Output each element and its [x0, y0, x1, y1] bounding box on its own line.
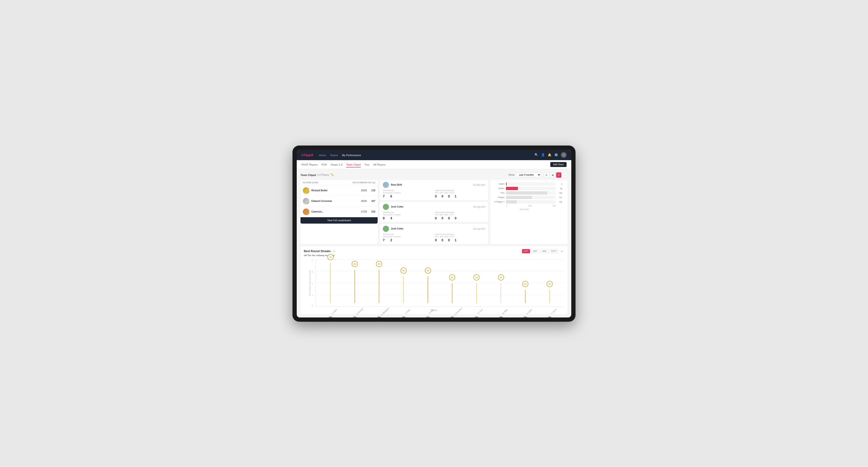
bar-value-pars: 499 — [559, 192, 562, 194]
sub-nav-team-clippd[interactable]: Team Clippd — [346, 162, 361, 166]
streak-player-avatar-5 — [450, 316, 455, 317]
activity-labels-1: OTT APP ARG PUTT — [435, 192, 485, 194]
main-three-col: PLAYER NAME PB SCORE PB AVG SQ 1 Richard… — [301, 180, 567, 244]
rounds-values-1: 7 6 — [383, 194, 433, 198]
bar-track-eagles: 3 — [506, 182, 556, 186]
streak-player-avatar-6 — [474, 316, 479, 317]
sub-nav-pgat[interactable]: PGAT Players — [302, 162, 318, 166]
sub-nav-links: PGAT Players PGA Hcaps 1-5 Team Clippd T… — [302, 162, 385, 166]
filter-arg-button[interactable]: ARG — [540, 249, 549, 253]
bar-value-eagles: 3 — [561, 183, 562, 185]
user-avatar[interactable]: U — [561, 152, 566, 158]
streak-player-name-2: D. Billingham — [381, 307, 390, 316]
table-row[interactable]: 1 Richard Butler 19/20 110 — [301, 185, 378, 196]
practice-rounds-2: 4 — [390, 216, 392, 220]
sub-nav-tour[interactable]: Tour — [365, 162, 369, 166]
person-icon[interactable]: 👤 — [541, 153, 545, 157]
practice-activities-header-1: Total Practice Activities — [435, 189, 485, 191]
streak-chart-area: Best Streak, Fairway Accuracy 7 5 — [304, 259, 564, 307]
player-avg-3: 103 — [369, 210, 375, 213]
round-type-header-3: Total Rounds — [383, 233, 433, 236]
edit-icon[interactable]: ✏️ — [331, 173, 334, 177]
practice-rounds-3: 2 — [390, 238, 392, 242]
view-full-leaderboard-button[interactable]: View Full Leaderboard — [301, 217, 378, 224]
tournament-rounds-1: 7 — [383, 194, 385, 198]
subtitle-bold: Off The Tee — [304, 254, 315, 257]
tablet-frame: clippd Home Teams My Performance 🔍 👤 🔔 ⚙… — [292, 146, 576, 322]
streak-line-5 — [452, 283, 453, 303]
streak-col-2: 6xD. Billingham — [367, 259, 391, 306]
filter-ott-button[interactable]: OTT — [522, 249, 530, 253]
arg-2: 0 — [448, 216, 450, 220]
player-card-3: Josh Coles 26 Aug 2023 Total Rounds Tour… — [380, 224, 488, 244]
sub-nav-hcaps[interactable]: Hcaps 1-5 — [331, 162, 342, 166]
filter-app-button[interactable]: APP — [531, 249, 539, 253]
view-sort-button[interactable]: ↕ — [562, 173, 567, 178]
rounds-values-2: 8 4 — [383, 216, 433, 220]
app-1: 0 — [441, 194, 443, 198]
time-filter-dropdown[interactable]: Last 3 months Last 6 months Last 12 mont… — [516, 173, 541, 177]
table-row[interactable]: 2 Edward Crossman 18/20 107 — [301, 196, 378, 207]
streak-bubble-6: 4x — [473, 274, 479, 280]
streak-bubble-0: 7x — [328, 254, 334, 260]
axis-400: 400 — [553, 205, 556, 207]
streak-col-4: 5xR. Britt — [415, 259, 440, 306]
practice-activities-header-3: Total Practice Activities — [435, 233, 485, 236]
activity-labels-2: OTT APP ARG PUTT — [435, 214, 485, 216]
arg-3: 0 — [448, 238, 450, 242]
filter-putt-button[interactable]: PUTT — [549, 249, 559, 253]
streak-col-9: 3xC. Quick — [537, 259, 562, 306]
streak-player-name-5: E. Crossman — [454, 307, 462, 316]
bar-value-bogeys: 311 — [559, 196, 562, 198]
round-type-header-1: Total Rounds — [383, 189, 433, 191]
top-navigation: clippd Home Teams My Performance 🔍 👤 🔔 ⚙… — [297, 150, 571, 160]
streak-col-7: 4xM. Miller — [489, 259, 513, 306]
bell-icon[interactable]: 🔔 — [548, 153, 552, 157]
player-avatar-2: 2 — [303, 198, 309, 205]
streak-y-label-container: Best Streak, Fairway Accuracy — [304, 259, 316, 307]
practice-activities-header-2: Total Practice Activities — [435, 211, 485, 214]
bar-track-dbogeys: 131 — [506, 200, 556, 204]
nav-item-my-performance[interactable]: My Performance — [342, 153, 361, 157]
streak-player-avatar-1 — [352, 316, 357, 317]
settings-icon[interactable]: ⚙️ — [554, 153, 558, 157]
player-avg-1: 110 — [369, 189, 375, 192]
leaderboard-panel: PLAYER NAME PB SCORE PB AVG SQ 1 Richard… — [301, 180, 378, 244]
view-grid-button[interactable]: ▦ — [550, 173, 555, 178]
round-labels-3: Tournament Practice — [383, 236, 433, 238]
bar-value-dbogeys: 131 — [559, 201, 562, 203]
leaderboard-header: PLAYER NAME PB SCORE PB AVG SQ — [301, 180, 378, 185]
activity-values-3: 0 0 0 1 — [435, 238, 485, 242]
player-name-1: Richard Butler — [311, 189, 359, 192]
search-icon[interactable]: 🔍 — [534, 153, 538, 157]
player-avatar-1: 1 — [303, 187, 309, 194]
sub-nav-pga[interactable]: PGA — [321, 162, 327, 166]
streak-bubble-9: 3x — [547, 281, 553, 287]
rank-badge-3: 3 — [307, 213, 309, 215]
streak-line-2 — [379, 270, 379, 303]
streak-col-3: 5xJ. Coles — [391, 259, 415, 306]
view-list-button[interactable]: ☰ — [556, 173, 561, 178]
player-score-3: 17/20 — [361, 210, 367, 213]
streak-line-6 — [476, 283, 477, 303]
streak-bubble-3: 5x — [401, 268, 407, 274]
streaks-header: Best Round Streaks ← OTT APP ARG PUTT ← — [304, 249, 564, 253]
app-2: 0 — [441, 216, 443, 220]
player-score-2: 18/20 — [361, 200, 367, 203]
bar-row-bogeys: Bogeys 311 — [493, 196, 556, 199]
y-tick-2: 2 — [312, 294, 313, 296]
y-tick-5: 5 — [312, 271, 313, 273]
table-row[interactable]: 3 Cameron... 17/20 103 — [301, 207, 378, 217]
streak-player-avatar-3 — [401, 316, 406, 317]
streak-player-avatar-8 — [523, 316, 528, 317]
sub-nav-all-players[interactable]: All Players — [373, 162, 385, 166]
bar-label-dbogeys: D. Bogeys + — [493, 201, 504, 203]
nav-item-home[interactable]: Home — [319, 153, 326, 157]
y-tick-7: 7 — [312, 259, 313, 261]
add-team-button[interactable]: Add Team — [550, 162, 566, 167]
view-grid-small-button[interactable]: ⊞ — [544, 173, 549, 178]
streak-bubble-8: 3x — [522, 281, 528, 287]
streaks-section: Best Round Streaks ← OTT APP ARG PUTT ← … — [301, 246, 567, 314]
nav-item-teams[interactable]: Teams — [330, 153, 338, 157]
card-3-avatar — [383, 226, 389, 232]
